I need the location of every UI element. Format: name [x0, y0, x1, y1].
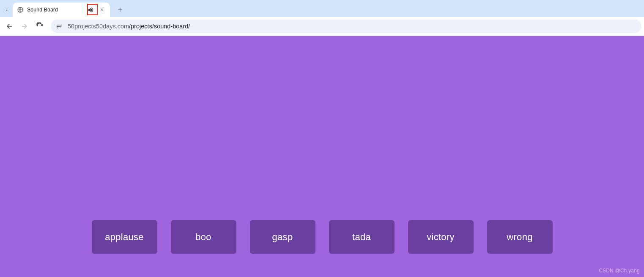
- close-icon: [100, 8, 104, 12]
- url-host: 50projects50days.com: [68, 23, 129, 30]
- tab-title: Sound Board: [27, 7, 83, 13]
- plus-icon: [117, 7, 123, 13]
- sound-button-applause[interactable]: applause: [92, 220, 157, 254]
- tune-icon: [56, 23, 63, 30]
- arrow-left-icon: [5, 22, 13, 30]
- back-button[interactable]: [3, 19, 16, 33]
- reload-icon: [36, 22, 44, 30]
- globe-icon: [17, 6, 24, 13]
- close-tab-button[interactable]: [98, 6, 106, 14]
- reload-button[interactable]: [33, 19, 47, 33]
- arrow-right-icon: [21, 22, 28, 30]
- browser-tab[interactable]: Sound Board: [13, 3, 110, 17]
- site-settings-button[interactable]: [55, 22, 63, 30]
- sound-button-tada[interactable]: tada: [329, 220, 395, 254]
- tabs-dropdown-button[interactable]: [2, 3, 12, 17]
- new-tab-button[interactable]: [114, 4, 126, 16]
- watermark-text: CSDN @Ch.yang: [599, 268, 640, 274]
- sound-button-gasp[interactable]: gasp: [250, 220, 315, 254]
- sound-button-boo[interactable]: boo: [171, 220, 236, 254]
- chevron-down-icon: [4, 8, 9, 13]
- browser-chrome: Sound Board 50projects50: [0, 0, 644, 36]
- url-text: 50projects50days.com/projects/sound-boar…: [68, 23, 190, 30]
- audio-playing-icon[interactable]: [86, 6, 95, 14]
- sound-button-row: applause boo gasp tada victory wrong: [0, 220, 644, 254]
- sound-button-victory[interactable]: victory: [408, 220, 474, 254]
- address-bar[interactable]: 50projects50days.com/projects/sound-boar…: [51, 19, 641, 33]
- url-path: /projects/sound-board/: [129, 23, 190, 30]
- page-content: applause boo gasp tada victory wrong CSD…: [0, 36, 644, 277]
- sound-button-wrong[interactable]: wrong: [487, 220, 553, 254]
- tab-strip: Sound Board: [0, 0, 644, 17]
- forward-button[interactable]: [18, 19, 31, 33]
- browser-toolbar: 50projects50days.com/projects/sound-boar…: [0, 17, 644, 36]
